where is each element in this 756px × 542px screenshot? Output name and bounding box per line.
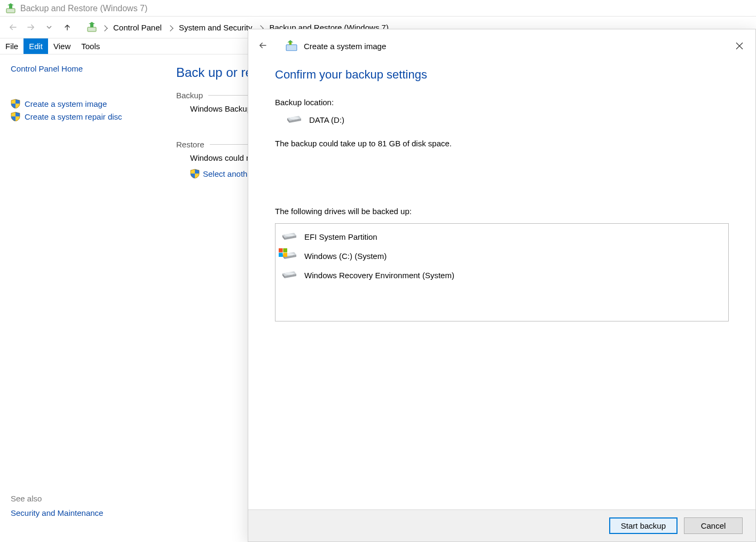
path-chevron-icon (100, 23, 109, 32)
see-also-security[interactable]: Security and Maintenance (11, 508, 103, 517)
dialog-back-button[interactable] (258, 41, 267, 52)
nav-forward-button[interactable] (23, 20, 38, 35)
backup-location-label: Backup location: (275, 98, 729, 107)
drives-list: EFI System Partition Windows (C:) (Syste… (275, 223, 729, 321)
dialog-title: Confirm your backup settings (275, 68, 729, 82)
shield-icon (190, 169, 200, 178)
window-titlebar: Backup and Restore (Windows 7) (0, 0, 756, 16)
hdd-icon (282, 270, 297, 280)
menu-file[interactable]: File (0, 38, 23, 54)
system-image-icon (286, 40, 297, 52)
menu-edit[interactable]: Edit (23, 38, 48, 54)
shield-icon (11, 112, 20, 121)
nav-back-button[interactable] (5, 20, 20, 35)
menu-tools[interactable]: Tools (76, 38, 105, 54)
nav-recent-dropdown[interactable] (42, 20, 57, 35)
drive-row: EFI System Partition (282, 231, 722, 242)
arrow-left-icon (258, 41, 267, 50)
sidebar: Control Panel Home Create a system image… (0, 54, 160, 532)
see-also: See also Security and Maintenance (11, 494, 149, 523)
breadcrumb-seg-1[interactable]: Control Panel (112, 22, 163, 33)
sidebar-home-link[interactable]: Control Panel Home (11, 64, 149, 73)
chevron-down-icon (46, 25, 52, 30)
dialog-header-title: Create a system image (304, 42, 386, 51)
sidebar-create-disc[interactable]: Create a system repair disc (11, 112, 149, 121)
shield-icon (11, 99, 20, 108)
close-icon (736, 42, 743, 50)
sidebar-create-image[interactable]: Create a system image (11, 99, 149, 108)
backup-location-value: DATA (D:) (287, 114, 729, 125)
arrow-right-icon (26, 22, 36, 32)
dialog-footer: Start backup Cancel (248, 509, 755, 541)
cancel-button[interactable]: Cancel (684, 517, 743, 534)
hdd-icon (287, 114, 302, 125)
start-backup-button[interactable]: Start backup (609, 517, 678, 534)
see-also-title: See also (11, 494, 149, 503)
windows-flag-icon (279, 248, 287, 257)
breadcrumb-seg-2[interactable]: System and Security (178, 22, 254, 33)
drive-row: Windows (C:) (System) (282, 250, 722, 261)
arrow-left-icon (8, 22, 18, 32)
backup-app-icon (5, 3, 16, 14)
dialog-close-button[interactable] (729, 38, 750, 54)
backup-size-info: The backup could take up to 81 GB of dis… (275, 139, 729, 148)
arrow-up-icon (63, 23, 72, 32)
nav-up-button[interactable] (60, 20, 75, 35)
menu-view[interactable]: View (48, 38, 76, 54)
path-chevron-icon (166, 23, 175, 32)
drives-label: The following drives will be backed up: (275, 207, 729, 216)
hdd-icon (282, 231, 297, 242)
window-title: Backup and Restore (Windows 7) (20, 4, 147, 13)
drive-row: Windows Recovery Environment (System) (282, 270, 722, 280)
path-app-icon (86, 22, 97, 33)
create-system-image-dialog: Create a system image Confirm your backu… (248, 29, 756, 542)
sidebar-create-image-label: Create a system image (25, 99, 107, 108)
sidebar-create-disc-label: Create a system repair disc (25, 112, 122, 121)
